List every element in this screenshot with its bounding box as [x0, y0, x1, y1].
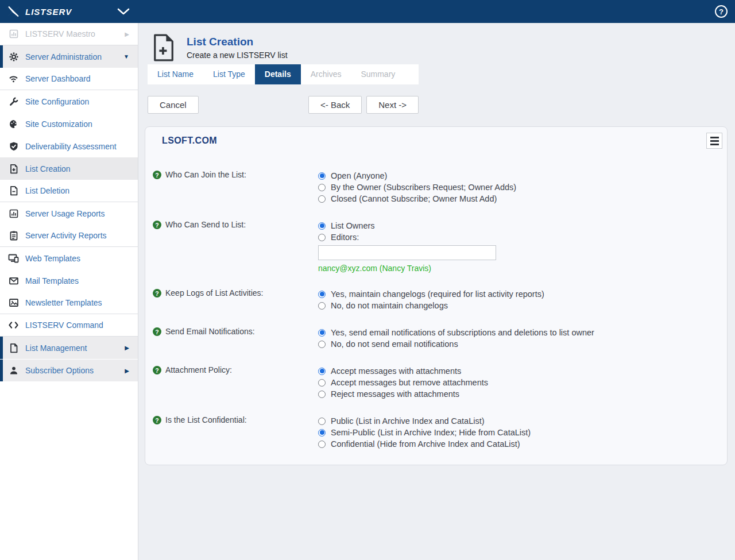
radio-unselected-icon[interactable] — [318, 391, 326, 398]
sidebar-item-label: Server Usage Reports — [25, 209, 138, 218]
sidebar-item-web-templates[interactable]: Web Templates — [0, 247, 138, 269]
sidebar-item-label: Server Activity Reports — [25, 231, 138, 240]
radio-option-open-anyone[interactable]: Open (Anyone) — [318, 170, 715, 181]
sidebar-item-list-creation[interactable]: List Creation — [0, 157, 138, 180]
help-question-icon[interactable] — [153, 221, 161, 229]
sidebar-item-deliverability-assessment[interactable]: Deliverability Assessment — [0, 135, 138, 157]
radio-option-no-do-not-maintain-changelogs[interactable]: No, do not maintain changelogs — [318, 300, 715, 311]
sidebar-item-site-configuration[interactable]: Site Configuration — [0, 90, 138, 113]
radio-option-editors[interactable]: Editors: — [318, 231, 715, 243]
sidebar-item-label: Site Customization — [25, 119, 138, 129]
help-question-icon[interactable] — [153, 327, 161, 336]
radio-option-closed-cannot-subscribe-owner-must-add[interactable]: Closed (Cannot Subscribe; Owner Must Add… — [318, 193, 715, 204]
chevron-expanded-icon: ▼ — [123, 53, 129, 60]
tab-details[interactable]: Details — [255, 64, 301, 84]
back-button[interactable]: <- Back — [308, 96, 362, 114]
file-icon — [8, 342, 19, 353]
radio-selected-icon[interactable] — [318, 329, 326, 337]
radio-selected-icon[interactable] — [318, 172, 326, 180]
person-icon — [8, 365, 19, 376]
sidebar-item-listserv-command[interactable]: LISTSERV Command — [0, 314, 138, 337]
sidebar-item-site-customization[interactable]: Site Customization — [0, 113, 138, 135]
radio-option-reject-messages-with-attachments[interactable]: Reject messages with attachments — [318, 388, 715, 400]
question-options: Yes, maintain changelogs (required for l… — [318, 288, 715, 311]
sidebar-item-server-usage-reports[interactable]: Server Usage Reports — [0, 202, 138, 225]
radio-option-by-the-owner-subscribers-request-owner-a[interactable]: By the Owner (Subscribers Request; Owner… — [318, 181, 715, 193]
code-icon — [8, 320, 19, 331]
help-question-icon[interactable] — [153, 416, 161, 424]
tab-list-type[interactable]: List Type — [203, 64, 255, 84]
hamburger-menu-icon[interactable] — [706, 133, 722, 149]
topbar: LISTSERV — [0, 0, 735, 23]
radio-unselected-icon[interactable] — [318, 341, 326, 348]
sidebar-item-server-activity-reports[interactable]: Server Activity Reports — [0, 225, 138, 247]
radio-option-yes-maintain-changelogs-required-for-lis[interactable]: Yes, maintain changelogs (required for l… — [318, 288, 715, 300]
tab-archives: Archives — [301, 64, 351, 84]
question-attachment-policy: Attachment Policy:Accept messages with a… — [153, 365, 715, 400]
page-header: List Creation Create a new LISTSERV list — [138, 23, 735, 62]
sidebar-item-subscriber-options[interactable]: Subscriber Options▶ — [0, 359, 138, 381]
image-icon — [8, 298, 19, 308]
sidebar-item-list-management[interactable]: List Management▶ — [0, 337, 138, 359]
radio-unselected-icon[interactable] — [318, 441, 326, 448]
radio-option-text: Open (Anyone) — [331, 171, 387, 180]
sidebar-item-label: LISTSERV Command — [25, 320, 138, 330]
sidebar-item-newsletter-templates[interactable]: Newsletter Templates — [0, 292, 138, 314]
sidebar-item-list-deletion[interactable]: List Deletion — [0, 180, 138, 202]
file-minus-icon — [8, 186, 19, 196]
panel-title: LSOFT.COM — [162, 136, 715, 146]
radio-option-accept-messages-but-remove-attachments[interactable]: Accept messages but remove attachments — [318, 377, 715, 388]
question-label-text: Keep Logs of List Activities: — [165, 288, 263, 298]
help-icon[interactable] — [715, 5, 728, 18]
chart-icon — [8, 29, 19, 40]
radio-option-confidential-hide-from-archive-index-and[interactable]: Confidential (Hide from Archive Index an… — [318, 438, 715, 450]
file-plus-page-icon — [152, 34, 175, 61]
radio-option-no-do-not-send-email-notifications[interactable]: No, do not send email notifications — [318, 338, 715, 350]
radio-option-semi-public-list-in-archive-index-hide-f[interactable]: Semi-Public (List in Archive Index; Hide… — [318, 427, 715, 438]
radio-option-public-list-in-archive-index-and-catalis[interactable]: Public (List in Archive Index and CataLi… — [318, 415, 715, 427]
radio-unselected-icon[interactable] — [318, 379, 326, 387]
radio-option-list-owners[interactable]: List Owners — [318, 220, 715, 231]
radio-option-text: Semi-Public (List in Archive Index; Hide… — [331, 428, 531, 437]
sidebar-item-label: List Deletion — [25, 186, 138, 195]
sidebar-item-server-administration[interactable]: Server Administration▼ — [0, 45, 138, 68]
sidebar-item-listserv-maestro[interactable]: LISTSERV Maestro▶ — [0, 23, 138, 45]
radio-selected-icon[interactable] — [318, 291, 326, 298]
radio-selected-icon[interactable] — [318, 368, 326, 375]
sidebar-item-server-dashboard[interactable]: Server Dashboard — [0, 68, 138, 90]
sidebar-item-label: Web Templates — [25, 254, 138, 263]
wrench-icon — [8, 96, 19, 107]
editors-input[interactable] — [318, 245, 496, 260]
radio-option-accept-messages-with-attachments[interactable]: Accept messages with attachments — [318, 365, 715, 377]
radio-option-text: Public (List in Archive Index and CataLi… — [331, 416, 485, 426]
question-label: Keep Logs of List Activities: — [153, 288, 318, 311]
main-content: List Creation Create a new LISTSERV list… — [138, 23, 735, 560]
chevron-collapsed-icon: ▶ — [125, 31, 129, 37]
radio-unselected-icon[interactable] — [318, 418, 326, 425]
radio-unselected-icon[interactable] — [318, 234, 326, 241]
radio-unselected-icon[interactable] — [318, 184, 326, 191]
owner-note: nancy@xyz.com (Nancy Travis) — [318, 264, 715, 273]
question-options: Public (List in Archive Index and CataLi… — [318, 415, 715, 450]
radio-selected-icon[interactable] — [318, 429, 326, 437]
sidebar-item-label: Site Configuration — [25, 97, 138, 106]
cancel-button[interactable]: Cancel — [148, 96, 199, 114]
tab-list-name[interactable]: List Name — [148, 64, 203, 84]
help-question-icon[interactable] — [153, 171, 161, 179]
next-button[interactable]: Next -> — [366, 96, 419, 114]
chevron-down-icon[interactable] — [117, 7, 130, 18]
listserv-logo-icon — [6, 4, 21, 19]
question-who-can-send-to-list: Who Can Send to List:List OwnersEditors:… — [153, 220, 715, 273]
radio-unselected-icon[interactable] — [318, 195, 326, 203]
gear-icon — [8, 51, 19, 62]
sidebar-item-mail-templates[interactable]: Mail Templates — [0, 269, 138, 292]
radio-selected-icon[interactable] — [318, 222, 326, 230]
question-options: List OwnersEditors:nancy@xyz.com (Nancy … — [318, 220, 715, 273]
radio-unselected-icon[interactable] — [318, 302, 326, 310]
radio-option-yes-send-email-notifications-of-subscrip[interactable]: Yes, send email notifications of subscri… — [318, 327, 715, 338]
help-question-icon[interactable] — [153, 366, 161, 374]
radio-option-text: Yes, maintain changelogs (required for l… — [331, 289, 544, 299]
question-label: Is the List Confidential: — [153, 415, 318, 450]
question-label: Send Email Notifications: — [153, 327, 318, 350]
help-question-icon[interactable] — [153, 289, 161, 298]
